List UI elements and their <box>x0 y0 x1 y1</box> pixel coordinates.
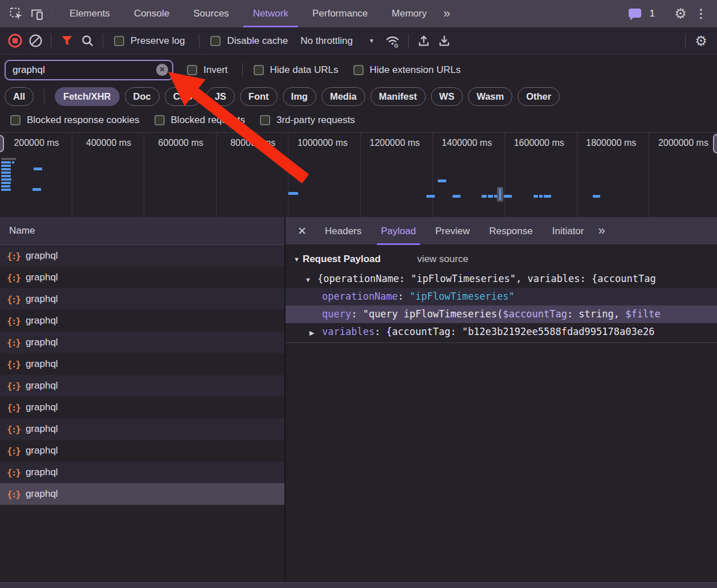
bottom-scrollbar[interactable] <box>0 582 717 588</box>
collapse-arrow-icon[interactable]: ▼ <box>294 256 300 263</box>
waterfall-bar <box>438 179 446 182</box>
clear-network-log-icon[interactable] <box>25 31 46 51</box>
tab-memory[interactable]: Memory <box>380 0 438 27</box>
payload-pane: ▼ Request Payload view source ▼{operatio… <box>286 245 717 582</box>
main-split: Name {:}graphql{:}graphql{:}graphql{:}gr… <box>0 217 717 582</box>
blocked-requests-checkbox[interactable] <box>154 115 165 125</box>
request-row[interactable]: {:}graphql <box>0 332 284 353</box>
request-row[interactable]: {:}graphql <box>0 462 284 483</box>
request-payload-title: Request Payload <box>303 254 381 265</box>
search-icon[interactable] <box>77 31 97 51</box>
chip-css[interactable]: CSS <box>165 87 201 106</box>
request-row[interactable]: {:}graphql <box>0 418 284 440</box>
chip-js[interactable]: JS <box>206 87 235 106</box>
request-row[interactable]: {:}graphql <box>0 353 284 375</box>
filter-icon[interactable] <box>56 31 77 51</box>
issues-count: 1 <box>650 8 655 19</box>
clear-filter-icon[interactable]: ✕ <box>156 64 168 76</box>
request-row[interactable]: {:}graphql <box>0 483 284 505</box>
tab-elements[interactable]: Elements <box>58 0 122 27</box>
chip-manifest[interactable]: Manifest <box>370 87 426 106</box>
settings-gear-icon[interactable]: ⚙ <box>670 3 691 24</box>
blocked-response-cookies-checkbox[interactable] <box>10 115 21 125</box>
network-settings-gear-icon[interactable]: ⚙ <box>691 31 711 51</box>
chip-fetch-xhr[interactable]: Fetch/XHR <box>55 87 119 106</box>
timeline-tick-label: 600000 ms <box>158 138 203 148</box>
request-name: graphql <box>26 337 58 348</box>
import-har-icon[interactable] <box>414 31 434 51</box>
invert-checkbox[interactable] <box>187 65 197 75</box>
name-column-label: Name <box>9 225 35 236</box>
request-row[interactable]: {:}graphql <box>0 397 284 418</box>
tab-console[interactable]: Console <box>122 0 181 27</box>
name-column-header[interactable]: Name <box>0 217 284 245</box>
preserve-log-label: Preserve log <box>131 35 185 47</box>
fetch-xhr-icon: {:} <box>7 337 20 348</box>
payload-row[interactable]: ▼{operationName: "ipFlowTimeseries", var… <box>286 270 717 288</box>
disable-cache-checkbox[interactable] <box>210 36 221 46</box>
chip-media[interactable]: Media <box>321 87 365 106</box>
chip-all[interactable]: All <box>5 87 34 106</box>
detail-tab-initiator[interactable]: Initiator <box>543 217 594 245</box>
request-row[interactable]: {:}graphql <box>0 375 284 397</box>
view-source-link[interactable]: view source <box>417 254 469 265</box>
close-details-icon[interactable]: ✕ <box>289 224 315 238</box>
preserve-log-checkbox[interactable] <box>114 36 124 46</box>
expand-arrow-icon[interactable]: ▶ <box>309 324 322 341</box>
overview-left-handle[interactable] <box>0 135 4 152</box>
request-name: graphql <box>26 445 58 456</box>
request-row[interactable]: {:}graphql <box>0 288 284 310</box>
more-options-icon[interactable]: ⋮ <box>691 3 711 24</box>
overview-right-handle[interactable] <box>713 134 717 153</box>
hide-extension-urls-checkbox[interactable] <box>353 65 364 75</box>
chip-img[interactable]: Img <box>283 87 316 106</box>
request-name: graphql <box>26 272 58 283</box>
detail-tab-payload[interactable]: Payload <box>371 217 425 245</box>
throttling-dropdown[interactable]: No throttling ▼ <box>300 35 374 47</box>
waterfall-bar <box>539 195 543 198</box>
tab-performance[interactable]: Performance <box>300 0 380 27</box>
3rd-party-requests-checkbox[interactable] <box>260 115 270 125</box>
fetch-xhr-icon: {:} <box>7 467 20 478</box>
chip-ws[interactable]: WS <box>431 87 463 106</box>
payload-row[interactable]: query: "query ipFlowTimeseries($accountT… <box>286 305 717 323</box>
request-row[interactable]: {:}graphql <box>0 267 284 288</box>
tab-network[interactable]: Network <box>241 0 300 27</box>
hide-extension-urls-option: Hide extension URLs <box>353 64 461 76</box>
timeline-tick-label: 1200000 ms <box>370 138 420 148</box>
waterfall-bar <box>1 168 11 170</box>
chip-wasm[interactable]: Wasm <box>468 87 512 106</box>
timeline-division: 1600000 ms <box>505 133 577 217</box>
more-detail-tabs-icon[interactable]: » <box>593 223 609 238</box>
more-tabs-icon[interactable]: » <box>439 6 455 21</box>
disable-cache-option: Disable cache <box>210 35 288 47</box>
filter-text-input[interactable] <box>6 64 172 76</box>
chip-font[interactable]: Font <box>240 87 278 106</box>
record-network-log-icon[interactable] <box>5 31 25 51</box>
request-row[interactable]: {:}graphql <box>0 245 284 267</box>
issues-feedback-icon[interactable] <box>625 3 645 24</box>
collapse-arrow-icon[interactable]: ▼ <box>305 271 317 288</box>
tab-sources[interactable]: Sources <box>181 0 241 27</box>
device-toolbar-icon[interactable] <box>26 3 47 24</box>
inspect-element-icon[interactable] <box>6 3 26 24</box>
export-har-icon[interactable] <box>434 31 455 51</box>
payload-text: $filte <box>625 308 660 320</box>
request-row[interactable]: {:}graphql <box>0 440 284 462</box>
waterfall-bar <box>453 195 461 198</box>
timeline-tick-label: 800000 ms <box>230 138 275 148</box>
request-name: graphql <box>26 488 58 500</box>
chip-other[interactable]: Other <box>518 87 560 106</box>
network-conditions-icon[interactable]: ⚙ <box>382 31 403 51</box>
payload-row[interactable]: operationName: "ipFlowTimeseries" <box>286 288 717 305</box>
waterfall-bar <box>34 168 42 170</box>
payload-text: : "query ipFlowTimeseries( <box>351 308 503 320</box>
detail-tab-headers[interactable]: Headers <box>315 217 371 245</box>
detail-tab-preview[interactable]: Preview <box>426 217 479 245</box>
request-row[interactable]: {:}graphql <box>0 310 284 332</box>
hide-data-urls-checkbox[interactable] <box>254 65 264 75</box>
payload-row[interactable]: ▶variables: {accountTag: "b12e3b2192ee55… <box>286 323 717 341</box>
timeline-division: 800000 ms <box>217 133 289 217</box>
detail-tab-response[interactable]: Response <box>479 217 543 245</box>
chip-doc[interactable]: Doc <box>125 87 160 106</box>
